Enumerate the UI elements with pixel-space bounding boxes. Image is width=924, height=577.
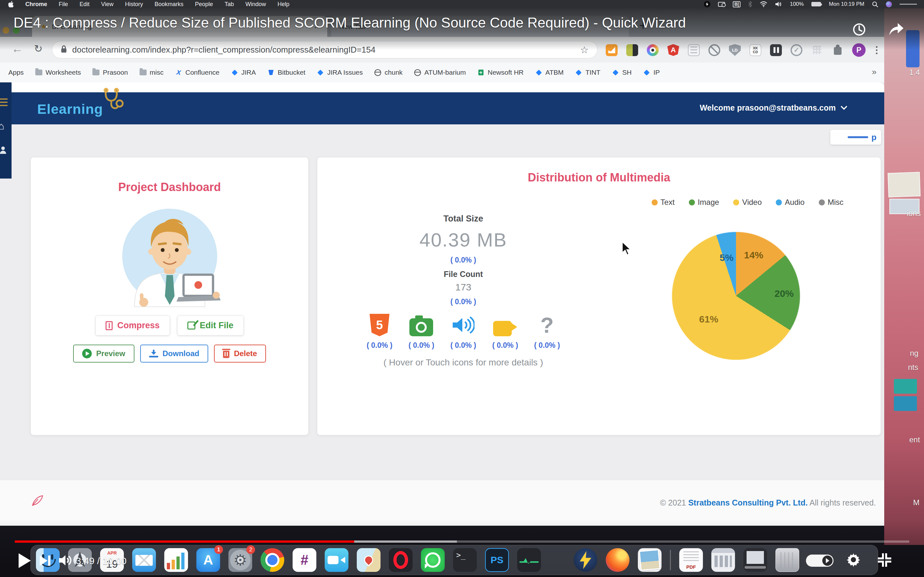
- bookmarks-overflow-chevron[interactable]: »: [872, 67, 877, 77]
- apple-logo-icon[interactable]: [8, 1, 14, 7]
- volume-icon[interactable]: [775, 1, 782, 7]
- menu-item[interactable]: Window: [246, 1, 266, 8]
- extension-grid-icon[interactable]: [811, 44, 823, 56]
- dock-icon-whatsapp[interactable]: [421, 548, 445, 572]
- active-app-name[interactable]: Chrome: [25, 1, 47, 8]
- bookmark-star-icon[interactable]: ☆: [580, 44, 589, 55]
- dock-icon-terminal[interactable]: [453, 548, 477, 572]
- reload-button[interactable]: ↻: [34, 43, 43, 55]
- image-camera-icon[interactable]: [409, 318, 433, 336]
- back-button[interactable]: ←: [11, 42, 23, 55]
- dock-icon-ps[interactable]: [485, 548, 509, 572]
- menu-bar-clock[interactable]: Mon 10:19 PM: [829, 1, 864, 7]
- partial-help-card[interactable]: p: [830, 130, 881, 145]
- power-menu-icon[interactable]: [704, 1, 710, 7]
- address-bar[interactable]: doctorelearning.com/index.php?r=client_c…: [52, 41, 598, 58]
- bookmark-item[interactable]: Worksheets: [35, 69, 81, 76]
- download-button[interactable]: Download: [140, 345, 208, 363]
- input-source-icon[interactable]: [718, 2, 725, 7]
- bookmark-item[interactable]: JIRA Issues: [317, 69, 363, 76]
- player-settings-gear-icon[interactable]: [846, 552, 861, 569]
- dock-icon-pdf-document[interactable]: [679, 548, 703, 572]
- video-camera-icon[interactable]: [493, 321, 512, 336]
- menu-item[interactable]: People: [195, 1, 213, 8]
- dock-icon-photos[interactable]: [638, 548, 662, 572]
- player-volume-icon[interactable]: [58, 554, 73, 568]
- extension-blocker-icon[interactable]: [708, 44, 720, 56]
- next-video-button[interactable]: [40, 556, 51, 566]
- wifi-icon[interactable]: [760, 1, 767, 7]
- video-progress-bar[interactable]: [15, 540, 909, 543]
- extension-notes-icon[interactable]: [626, 44, 638, 56]
- dock-icon-appstore[interactable]: 1: [196, 548, 220, 572]
- bookmark-item[interactable]: ATBM: [535, 69, 564, 76]
- browser-menu-icon[interactable]: [874, 44, 879, 56]
- menu-item[interactable]: View: [101, 1, 113, 8]
- menu-item[interactable]: Tab: [225, 1, 234, 8]
- dock-icon-opera[interactable]: [389, 548, 413, 572]
- window-minimize-button[interactable]: [3, 27, 9, 34]
- siri-icon[interactable]: [886, 1, 892, 7]
- extension-xkcd-icon[interactable]: [750, 44, 761, 56]
- bookmark-item[interactable]: misc: [140, 69, 164, 76]
- dock-icon-system-preferences[interactable]: 2: [228, 548, 252, 572]
- exit-fullscreen-icon[interactable]: [877, 552, 893, 569]
- tab-close-icon[interactable]: ×: [314, 21, 319, 31]
- bookmark-item[interactable]: ATUM-barium: [414, 69, 466, 76]
- bookmark-item[interactable]: SH: [612, 69, 632, 76]
- extension-clipboard-icon[interactable]: [688, 44, 700, 56]
- menu-item[interactable]: Help: [278, 1, 289, 8]
- misc-question-icon[interactable]: ?: [540, 314, 554, 336]
- tab-new-tab[interactable]: New Tab ×: [331, 16, 629, 37]
- menu-item[interactable]: File: [59, 1, 68, 8]
- audio-speaker-icon[interactable]: [452, 315, 475, 336]
- extension-pause-icon[interactable]: [770, 44, 782, 56]
- profile-avatar[interactable]: P: [852, 43, 866, 57]
- bookmark-item[interactable]: Newsoft HR: [477, 69, 523, 76]
- window-zoom-button[interactable]: [13, 27, 19, 34]
- extension-check-icon[interactable]: [790, 44, 803, 56]
- bookmark-item[interactable]: IP: [643, 69, 660, 76]
- bookmark-item[interactable]: Prasoon: [92, 69, 128, 76]
- dock-icon-trash[interactable]: [775, 548, 799, 572]
- menu-item[interactable]: Bookmarks: [155, 1, 184, 8]
- battery-icon[interactable]: [811, 2, 821, 6]
- preview-button[interactable]: Preview: [73, 345, 134, 363]
- dock-icon-slack[interactable]: [292, 548, 317, 572]
- bookmark-item[interactable]: JIRA: [231, 69, 256, 76]
- bookmark-item[interactable]: Confluence: [175, 69, 220, 76]
- extension-angular-icon[interactable]: [667, 44, 679, 56]
- bookmark-item[interactable]: chunk: [375, 69, 403, 76]
- dock-icon-app-window[interactable]: [711, 548, 735, 572]
- dock-icon-laptop-window[interactable]: [743, 548, 767, 572]
- extension-puzzle-icon[interactable]: [832, 44, 843, 56]
- play-button[interactable]: [19, 553, 31, 568]
- dock-icon-firefox[interactable]: [606, 548, 630, 572]
- app-b-menu-icon[interactable]: B|: [733, 1, 740, 7]
- bookmark-item[interactable]: TINT: [575, 69, 601, 76]
- compress-button[interactable]: Compress: [95, 316, 170, 335]
- padlock-icon[interactable]: [61, 45, 67, 55]
- dock-icon-video-call[interactable]: [325, 548, 349, 572]
- hamburger-menu-icon[interactable]: [0, 97, 8, 108]
- delete-button[interactable]: Delete: [214, 345, 266, 363]
- site-logo[interactable]: Elearning: [37, 101, 103, 117]
- extension-shield-icon[interactable]: [729, 44, 741, 56]
- autoplay-toggle[interactable]: [806, 554, 834, 567]
- welcome-user-dropdown[interactable]: Welcome prasoon@stratbeans.com: [700, 103, 846, 113]
- tab-dr-elearning[interactable]: ★ Dr E-learning ×: [32, 16, 327, 37]
- spotlight-search-icon[interactable]: [872, 1, 878, 7]
- company-link[interactable]: Stratbeans Consulting Pvt. Ltd.: [688, 498, 808, 507]
- bluetooth-icon[interactable]: [748, 1, 752, 7]
- menu-item[interactable]: History: [125, 1, 143, 8]
- user-icon[interactable]: [0, 147, 8, 154]
- tab-close-icon[interactable]: ×: [615, 21, 620, 31]
- dock-icon-mail[interactable]: [132, 548, 156, 572]
- dock-icon-maps[interactable]: [357, 548, 381, 572]
- dock-icon-chrome[interactable]: [260, 548, 284, 572]
- menu-item[interactable]: Edit: [79, 1, 89, 8]
- html5-icon[interactable]: [370, 314, 389, 336]
- new-tab-button[interactable]: +: [639, 18, 647, 33]
- home-icon[interactable]: ⌂: [0, 120, 4, 132]
- bookmark-item[interactable]: Apps: [8, 69, 24, 76]
